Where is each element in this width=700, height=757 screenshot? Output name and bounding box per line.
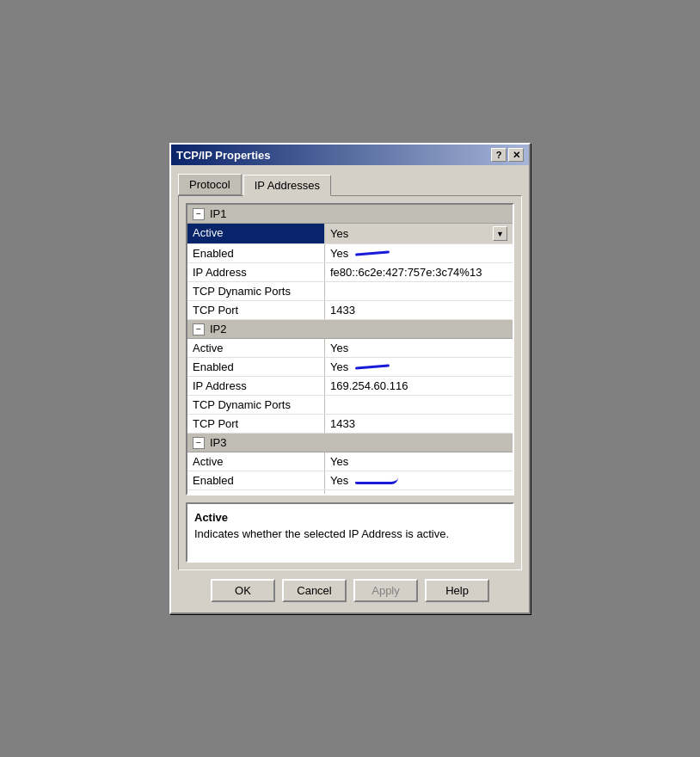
prop-name-ip3-1: Enabled <box>187 471 325 489</box>
prop-row-ip1-1[interactable]: Enabled Yes <box>187 244 513 263</box>
collapse-btn-ip1[interactable]: − <box>193 208 205 220</box>
tab-ip-addresses[interactable]: IP Addresses <box>243 175 331 196</box>
prop-row-ip3-1[interactable]: Enabled Yes <box>187 471 513 490</box>
prop-name-ip3-0: Active <box>187 452 325 471</box>
apply-button[interactable]: Apply <box>353 579 418 602</box>
prop-value-text-ip3-1: Yes <box>330 474 348 487</box>
prop-value-text-ip1-1: Yes <box>330 247 348 260</box>
prop-row-ip2-3[interactable]: TCP Dynamic Ports <box>187 396 513 415</box>
prop-value-ip2-3 <box>325 396 513 414</box>
collapse-btn-ip3[interactable]: − <box>193 437 205 449</box>
window-title: TCP/IP Properties <box>176 149 271 162</box>
prop-value-ip1-3 <box>325 282 513 300</box>
prop-row-ip2-2[interactable]: IP Address 169.254.60.116 <box>187 377 513 396</box>
prop-value-text-ip1-2: fe80::6c2e:427:757e:3c74%13 <box>330 266 482 279</box>
prop-row-ip2-1[interactable]: Enabled Yes <box>187 358 513 377</box>
group-header-ip2: − IP2 <box>187 320 513 339</box>
prop-value-text-ip3-2: fe80::c819:a964:42e2:df83%11 <box>330 493 486 495</box>
prop-name-ip2-4: TCP Port <box>187 415 325 433</box>
prop-value-ip3-2: fe80::c819:a964:42e2:df83%11 <box>325 490 513 495</box>
prop-value-text-ip1-4: 1433 <box>330 304 355 317</box>
prop-row-ip3-2[interactable]: IP Address fe80::c819:a964:42e2:df83%11 <box>187 490 513 495</box>
prop-row-ip1-4[interactable]: TCP Port 1433 <box>187 301 513 320</box>
group-label-ip1: IP1 <box>210 207 227 220</box>
prop-value-ip2-4: 1433 <box>325 415 513 433</box>
description-title: Active <box>194 511 506 524</box>
prop-value-ip1-0: Yes ▼ <box>325 224 513 243</box>
prop-value-ip3-1: Yes <box>325 471 513 489</box>
prop-value-ip3-0: Yes <box>325 452 513 471</box>
window-body: Protocol IP Addresses − IP1 Active Yes ▼ <box>171 165 529 612</box>
title-bar: TCP/IP Properties ? ✕ <box>171 145 529 165</box>
prop-name-ip2-3: TCP Dynamic Ports <box>187 396 325 414</box>
prop-name-ip1-3: TCP Dynamic Ports <box>187 282 325 300</box>
content-area: − IP1 Active Yes ▼ Enabled Yes IP Addres… <box>178 195 522 570</box>
prop-value-text-ip2-1: Yes <box>330 360 348 373</box>
prop-name-ip1-4: TCP Port <box>187 301 325 319</box>
prop-value-ip2-1: Yes <box>325 358 513 376</box>
description-box: Active Indicates whether the selected IP… <box>186 502 514 563</box>
prop-value-ip2-2: 169.254.60.116 <box>325 377 513 395</box>
annotation-line-ip1-1 <box>355 250 390 255</box>
prop-name-ip1-1: Enabled <box>187 244 325 262</box>
prop-name-ip1-0: Active <box>187 224 325 243</box>
prop-row-ip1-0[interactable]: Active Yes ▼ <box>187 224 513 244</box>
prop-value-dropdown-ip1-0: Yes ▼ <box>330 226 507 241</box>
prop-value-ip1-4: 1433 <box>325 301 513 319</box>
prop-name-ip2-0: Active <box>187 339 325 357</box>
ip-list-area[interactable]: − IP1 Active Yes ▼ Enabled Yes IP Addres… <box>186 203 514 495</box>
prop-value-text-ip2-4: 1433 <box>330 417 355 430</box>
dropdown-arrow-ip1-0[interactable]: ▼ <box>493 226 507 241</box>
prop-row-ip2-0[interactable]: Active Yes <box>187 339 513 358</box>
prop-name-ip2-2: IP Address <box>187 377 325 395</box>
group-header-ip3: − IP3 <box>187 434 513 452</box>
prop-value-text-ip3-0: Yes <box>330 455 348 468</box>
collapse-btn-ip2[interactable]: − <box>193 323 205 335</box>
prop-value-ip1-1: Yes <box>325 244 513 262</box>
help-title-button[interactable]: ? <box>491 148 507 162</box>
prop-name-ip3-2: IP Address <box>187 490 325 495</box>
prop-name-ip1-2: IP Address <box>187 263 325 281</box>
prop-value-text-ip1-0: Yes <box>330 227 348 240</box>
group-label-ip2: IP2 <box>210 323 227 335</box>
ok-button[interactable]: OK <box>211 579 275 602</box>
group-header-ip1: − IP1 <box>187 205 513 224</box>
button-row: OK Cancel Apply Help <box>178 579 522 606</box>
prop-value-ip2-0: Yes <box>325 339 513 357</box>
tab-bar: Protocol IP Addresses <box>178 172 522 195</box>
prop-row-ip1-3[interactable]: TCP Dynamic Ports <box>187 282 513 301</box>
help-button[interactable]: Help <box>425 579 489 602</box>
prop-row-ip3-0[interactable]: Active Yes <box>187 452 513 471</box>
tab-protocol[interactable]: Protocol <box>178 174 242 195</box>
prop-value-ip1-2: fe80::6c2e:427:757e:3c74%13 <box>325 263 513 281</box>
annotation-line-ip2-1 <box>355 364 390 369</box>
description-text: Indicates whether the selected IP Addres… <box>194 527 506 540</box>
prop-value-text-ip2-0: Yes <box>330 342 348 354</box>
tcp-ip-properties-window: TCP/IP Properties ? ✕ Protocol IP Addres… <box>169 143 531 614</box>
prop-row-ip2-4[interactable]: TCP Port 1433 <box>187 415 513 434</box>
prop-name-ip2-1: Enabled <box>187 358 325 376</box>
prop-value-text-ip2-2: 169.254.60.116 <box>330 379 408 392</box>
prop-row-ip1-2[interactable]: IP Address fe80::6c2e:427:757e:3c74%13 <box>187 263 513 282</box>
annotation-curved-ip3-1 <box>355 477 398 484</box>
close-title-button[interactable]: ✕ <box>508 148 524 162</box>
group-label-ip3: IP3 <box>210 436 227 449</box>
cancel-button[interactable]: Cancel <box>282 579 347 602</box>
title-bar-buttons: ? ✕ <box>491 148 524 162</box>
